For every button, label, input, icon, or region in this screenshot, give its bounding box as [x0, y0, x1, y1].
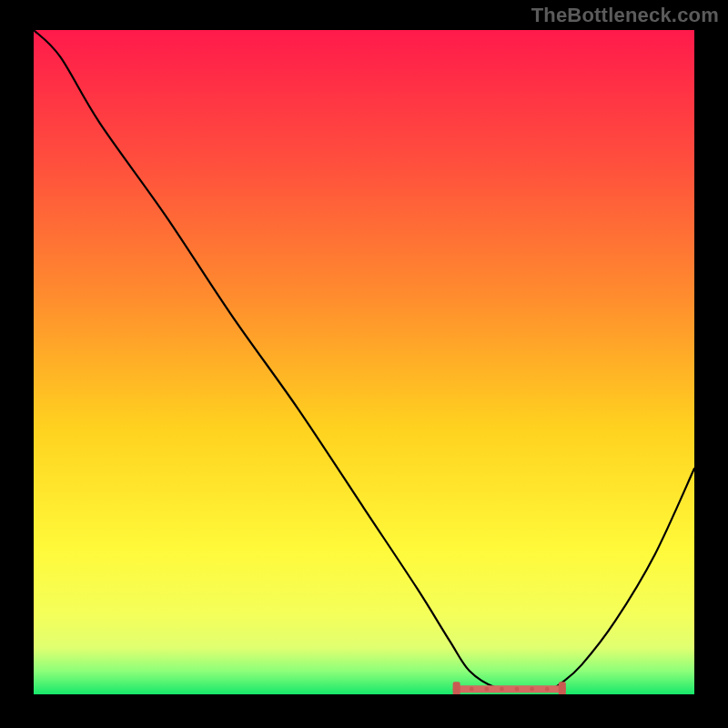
optimal-band-dot — [545, 687, 550, 692]
gradient-background — [34, 30, 694, 694]
optimal-band-dot — [530, 687, 534, 692]
optimal-band-dot — [470, 687, 474, 692]
optimal-start-marker — [453, 682, 460, 694]
chart-svg — [34, 30, 694, 694]
optimal-band-dot — [515, 687, 520, 692]
chart-frame: TheBottleneck.com — [0, 0, 728, 728]
watermark-text: TheBottleneck.com — [531, 4, 719, 27]
optimal-band-dot — [500, 687, 504, 692]
chart-plot-area — [34, 30, 694, 694]
optimal-band-dot — [485, 687, 490, 692]
optimal-end-marker — [559, 682, 566, 694]
